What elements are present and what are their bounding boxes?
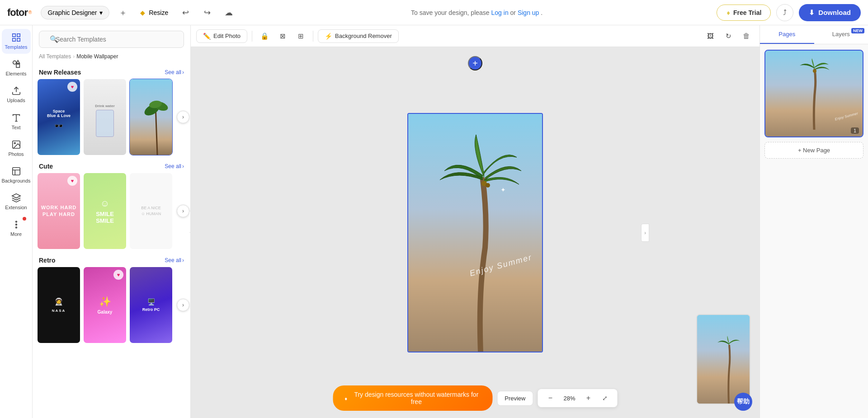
template-card[interactable]: WORK HARDPLAY HARD ♥ [37, 173, 80, 249]
designer-dropdown[interactable]: Graphic Designer ▾ [41, 6, 109, 19]
grid-icon [11, 33, 21, 42]
toolbar: ✏️ Edit Photo 🔒 ⊠ ⊞ ⚡ Background Remover… [191, 25, 760, 47]
shapes-icon [11, 59, 21, 69]
sidebar-item-more[interactable]: More [2, 216, 31, 241]
help-button[interactable]: 帮助 [734, 393, 752, 411]
breadcrumb-all-link[interactable]: All Templates [39, 53, 71, 60]
photo-replace-button[interactable]: 🖼 [703, 28, 718, 44]
undo-button[interactable]: ↩ [177, 5, 193, 21]
save-notice-text: To save your design, please [411, 9, 490, 16]
new-page-button[interactable]: + New Page [764, 142, 863, 159]
template-card[interactable]: 🧑‍🚀 NASA [37, 267, 80, 343]
delete-button[interactable]: 🗑 [739, 28, 754, 44]
chevron-right-icon-retro: › [182, 257, 184, 263]
sidebar-item-backgrounds[interactable]: Backgrounds [2, 163, 31, 188]
new-releases-see-all[interactable]: See all › [165, 69, 184, 75]
text-icon [11, 113, 21, 123]
cute-title: Cute [39, 163, 53, 170]
sidebar-item-elements[interactable]: Elements [2, 56, 31, 80]
download-button[interactable]: ⬇ Download [799, 4, 861, 21]
new-releases-grid: SpaceBlue & Love 🕶️ ♥ Drink water [37, 79, 186, 155]
search-bar-container: 🔍 [33, 25, 190, 52]
cute-grid: WORK HARDPLAY HARD ♥ ☺ SMILESMILE BE A N… [37, 173, 186, 249]
template-card[interactable]: Drink water [83, 79, 127, 155]
free-trial-button[interactable]: ⬧ Free Trial [717, 5, 771, 21]
zoom-out-button[interactable]: − [544, 392, 557, 404]
chevron-right-icon: › [182, 69, 184, 75]
new-releases-next-arrow[interactable]: › [177, 111, 189, 123]
template-card[interactable] [129, 79, 173, 155]
sign-up-link[interactable]: Sign up [518, 9, 539, 16]
crop-button[interactable]: ⊠ [275, 28, 290, 44]
thumb-enjoy-text: Enjoy Summer [834, 111, 858, 121]
template-card[interactable]: ☺ SMILESMILE [83, 173, 127, 249]
templates-panel: 🔍 All Templates › Mobile Wallpaper New R… [33, 25, 191, 418]
cute-next-arrow[interactable]: › [177, 205, 189, 217]
refresh-icon: ↻ [726, 32, 731, 40]
expand-button[interactable]: ⤢ [599, 392, 611, 404]
edit-photo-button[interactable]: ✏️ Edit Photo [196, 29, 247, 43]
save-cloud-button[interactable]: ☁ [221, 5, 237, 21]
svg-marker-6 [16, 61, 19, 63]
tab-layers[interactable]: Layers NEW [814, 25, 868, 44]
add-button[interactable]: ＋ [115, 5, 131, 21]
preview-button[interactable]: Preview [497, 391, 533, 406]
grid-button[interactable]: ⊞ [293, 28, 308, 44]
bg-remover-button[interactable]: ⚡ Background Remover [318, 29, 399, 43]
bottom-bar: ⬧ Try design resources without watermark… [333, 385, 618, 411]
redo-button[interactable]: ↪ [199, 5, 215, 21]
svg-line-16 [156, 105, 157, 155]
canvas-frame[interactable]: ✦ Enjoy Summer [407, 113, 543, 352]
share-button[interactable]: ⤴ [776, 4, 793, 21]
log-in-link[interactable]: Log in [491, 9, 509, 16]
resize-button[interactable]: ◆ Resize [137, 7, 172, 18]
magic-icon: ⚡ [325, 33, 332, 40]
svg-point-14 [15, 224, 17, 225]
sidebar-item-templates-label: Templates [5, 44, 27, 50]
sidebar-item-text[interactable]: Text [2, 109, 31, 134]
retro-see-all[interactable]: See all › [165, 257, 184, 263]
retro-next-arrow[interactable]: › [177, 299, 189, 311]
sidebar-item-photos[interactable]: Photos [2, 136, 31, 161]
edit-photo-label: Edit Photo [213, 33, 241, 39]
sidebar-item-uploads-label: Uploads [7, 98, 25, 103]
search-input[interactable] [39, 31, 184, 48]
thumb-palm-svg [796, 57, 832, 130]
logo-dot: ® [28, 10, 32, 15]
template-card[interactable]: ✨ Galaxy ♥ [83, 267, 127, 343]
template-card[interactable]: BE A NICE☺ HUMAN [129, 173, 173, 249]
favorite-icon-retro2[interactable]: ♥ [113, 270, 123, 280]
watermark-cta-button[interactable]: ⬧ Try design resources without watermark… [333, 385, 493, 411]
page-1-thumbnail[interactable]: Enjoy Summer 1 [764, 50, 863, 137]
lock-button[interactable]: 🔒 [257, 28, 272, 44]
add-element-button[interactable]: + [468, 56, 482, 70]
download-label: Download [818, 9, 851, 16]
template-card[interactable]: 🖥️ Retro PC [129, 267, 173, 343]
palm-scene: ✦ Enjoy Summer [408, 114, 542, 352]
template-card[interactable]: SpaceBlue & Love 🕶️ ♥ [37, 79, 80, 155]
page-1-preview: Enjoy Summer [765, 51, 863, 136]
sidebar-item-templates[interactable]: Templates [2, 29, 31, 54]
new-page-label: + New Page [798, 147, 830, 154]
background-icon [11, 166, 21, 176]
tab-pages[interactable]: Pages [760, 25, 814, 44]
refresh-button[interactable]: ↻ [721, 28, 736, 44]
photo-icon [11, 140, 21, 150]
favorite-icon-cute1[interactable]: ♥ [67, 176, 77, 186]
svg-rect-2 [12, 38, 15, 41]
sidebar-item-more-label: More [10, 231, 22, 237]
svg-rect-1 [17, 34, 19, 37]
grid-icon-toolbar: ⊞ [298, 32, 304, 40]
svg-point-13 [15, 221, 17, 223]
logo: fotor ® [7, 7, 32, 19]
cute-see-all[interactable]: See all › [165, 163, 184, 169]
zoom-in-button[interactable]: + [582, 392, 595, 404]
sidebar-item-extension[interactable]: Extension [2, 189, 31, 214]
right-panel-collapse-arrow[interactable]: › [641, 224, 649, 242]
second-page-thumbnail[interactable] [696, 314, 750, 404]
favorite-icon[interactable]: ♥ [67, 82, 77, 92]
help-label: 帮助 [737, 398, 750, 406]
sidebar-item-uploads[interactable]: Uploads [2, 82, 31, 107]
minus-icon: − [548, 394, 552, 402]
layers-tab-label: Layers [832, 31, 850, 38]
